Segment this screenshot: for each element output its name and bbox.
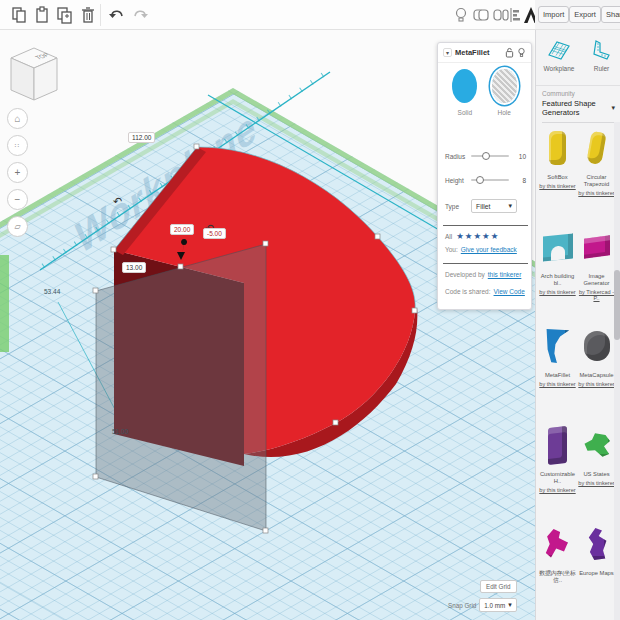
shape-card-data-map: 数据内存(坐标信.. bbox=[538, 518, 577, 617]
delete-icon[interactable] bbox=[79, 6, 97, 24]
chevron-down-icon: ▾ bbox=[508, 202, 512, 210]
us-states-thumb-icon bbox=[582, 432, 612, 458]
dim-chip-length[interactable]: 112.00 bbox=[128, 132, 155, 143]
arch-building-thumb-icon bbox=[543, 233, 573, 261]
tinkercad-app: Workplane bbox=[0, 0, 620, 620]
star-rating[interactable]: ★★★★★ bbox=[456, 231, 499, 241]
shape-thumb[interactable] bbox=[579, 122, 615, 174]
type-select[interactable]: Fillet ▾ bbox=[471, 199, 517, 213]
europe-maps-thumb-icon bbox=[586, 528, 608, 560]
ungroup-icon[interactable] bbox=[492, 6, 510, 24]
lock-icon[interactable] bbox=[505, 47, 514, 58]
shape-author-link[interactable]: by this tinkerer bbox=[539, 381, 575, 387]
metafillet-thumb-icon bbox=[545, 329, 571, 363]
fit-view-button[interactable]: ∷ bbox=[7, 135, 28, 156]
height-slider[interactable] bbox=[471, 179, 509, 181]
zoom-out-button[interactable]: − bbox=[7, 189, 28, 210]
shape-label: SoftBox bbox=[547, 174, 567, 181]
solid-label: Solid bbox=[458, 109, 472, 116]
shape-thumb[interactable] bbox=[579, 419, 615, 471]
developer-row: Developed by this tinkerer bbox=[445, 271, 521, 278]
export-button[interactable]: Export bbox=[569, 6, 601, 23]
shape-author-link[interactable]: by this tinkerer bbox=[578, 190, 614, 196]
shape-author-link[interactable]: by this tinkerer bbox=[578, 480, 614, 486]
height-value[interactable]: 8 bbox=[522, 177, 526, 184]
shape-author-link[interactable]: by this tinkerer bbox=[539, 487, 575, 493]
category-value: Featured Shape Generators bbox=[542, 99, 611, 117]
hole-swatch-selected[interactable]: Hole bbox=[492, 69, 517, 116]
shape-thumb[interactable] bbox=[540, 221, 576, 273]
workplane-icon bbox=[547, 38, 571, 62]
radius-slider-thumb[interactable] bbox=[482, 152, 490, 160]
workplane-tool[interactable]: Workplane bbox=[544, 38, 575, 81]
align-icon[interactable] bbox=[509, 6, 521, 24]
view-cube[interactable]: TOP bbox=[5, 44, 63, 104]
shape-thumb[interactable] bbox=[540, 122, 576, 174]
shape-thumb[interactable] bbox=[540, 419, 576, 471]
radius-slider[interactable] bbox=[471, 155, 509, 157]
solid-swatch[interactable]: Solid bbox=[452, 69, 477, 116]
import-button[interactable]: Import bbox=[538, 6, 569, 23]
shape-label: Europe Maps bbox=[579, 570, 613, 577]
material-swatches: Solid Hole bbox=[438, 69, 531, 116]
group-icon[interactable] bbox=[472, 6, 490, 24]
share-button[interactable]: Share bbox=[601, 6, 620, 23]
ruler-tool[interactable]: Ruler bbox=[589, 38, 613, 81]
panel-title: MetaFillet bbox=[455, 48, 502, 57]
height-slider-thumb[interactable] bbox=[476, 176, 484, 184]
shape-card-customizable-h: Customizable H.. by this tinkerer bbox=[538, 419, 577, 518]
panel-divider bbox=[443, 263, 528, 264]
height-row: Height 8 bbox=[445, 173, 526, 187]
shape-card-arch-building: Arch building bl.. by this tinkerer bbox=[538, 221, 577, 320]
code-row: Code is shared: View Code bbox=[445, 288, 525, 295]
panel-divider bbox=[443, 225, 528, 226]
snap-grid-dropdown[interactable]: 1.0 mm ▾ bbox=[479, 598, 517, 612]
ghost-plane[interactable] bbox=[93, 241, 268, 533]
shape-author-link[interactable]: by this tinkerer bbox=[539, 183, 575, 189]
top-toolbar bbox=[0, 0, 535, 30]
shape-label: Image Generator bbox=[577, 273, 616, 287]
shape-card-metafillet: MetaFillet by this tinkerer bbox=[538, 320, 577, 419]
shape-thumb[interactable] bbox=[579, 518, 615, 570]
hole-pattern-ellipse bbox=[492, 69, 517, 103]
redo-icon[interactable] bbox=[131, 6, 149, 24]
shape-author-link[interactable]: by this tinkerer bbox=[539, 289, 575, 295]
shapes-sidebar: Workplane Ruler Community Featured Shape… bbox=[535, 30, 620, 620]
shape-thumb[interactable] bbox=[540, 518, 576, 570]
shape-thumb[interactable] bbox=[540, 320, 576, 372]
perspective-toggle-button[interactable]: ▱ bbox=[7, 216, 28, 237]
shape-thumb[interactable] bbox=[579, 320, 615, 372]
code-shared-label: Code is shared: bbox=[445, 288, 491, 295]
edit-grid-button[interactable]: Edit Grid bbox=[480, 580, 517, 593]
customizable-h-thumb-icon bbox=[548, 426, 567, 465]
dim-chip-width[interactable]: 20.00 bbox=[170, 224, 194, 235]
developer-link[interactable]: this tinkerer bbox=[488, 271, 522, 278]
paste-icon[interactable] bbox=[33, 6, 51, 24]
undo-icon[interactable] bbox=[108, 6, 126, 24]
shape-thumb[interactable] bbox=[579, 221, 615, 273]
you-label: You: bbox=[445, 246, 458, 253]
shape-category-dropdown[interactable]: Community Featured Shape Generators ▾ bbox=[542, 90, 615, 123]
collapse-caret-icon[interactable]: ▾ bbox=[443, 48, 452, 57]
shape-author-link[interactable]: by Tinkercad - P.. bbox=[577, 289, 616, 301]
ruler-icon bbox=[589, 38, 613, 62]
duplicate-icon[interactable] bbox=[56, 6, 74, 24]
radius-value[interactable]: 10 bbox=[519, 153, 526, 160]
bulb-icon[interactable] bbox=[452, 6, 470, 24]
sidebar-scrollbar-track[interactable] bbox=[614, 122, 620, 620]
view-code-link[interactable]: View Code bbox=[494, 288, 525, 295]
zoom-in-button[interactable]: + bbox=[7, 162, 28, 183]
dim-chip-height[interactable]: 13.00 bbox=[122, 262, 146, 273]
rating-all-label: All bbox=[445, 233, 452, 240]
give-feedback-link[interactable]: Give your feedback bbox=[461, 246, 517, 253]
home-view-button[interactable]: ⌂ bbox=[7, 108, 28, 129]
rotate-arrow-icon[interactable]: ↶ bbox=[113, 195, 122, 207]
developed-by-label: Developed by bbox=[445, 271, 485, 278]
shape-card-us-states: US States by this tinkerer bbox=[577, 419, 616, 518]
dim-chip-offset[interactable]: -5.00 bbox=[203, 228, 226, 239]
shape-author-link[interactable]: by this tinkerer bbox=[578, 381, 614, 387]
bulb-icon[interactable] bbox=[517, 47, 526, 58]
copy-icon[interactable] bbox=[10, 6, 28, 24]
shape-label: Arch building bl.. bbox=[538, 273, 577, 287]
sidebar-scrollbar-thumb[interactable] bbox=[614, 270, 620, 340]
